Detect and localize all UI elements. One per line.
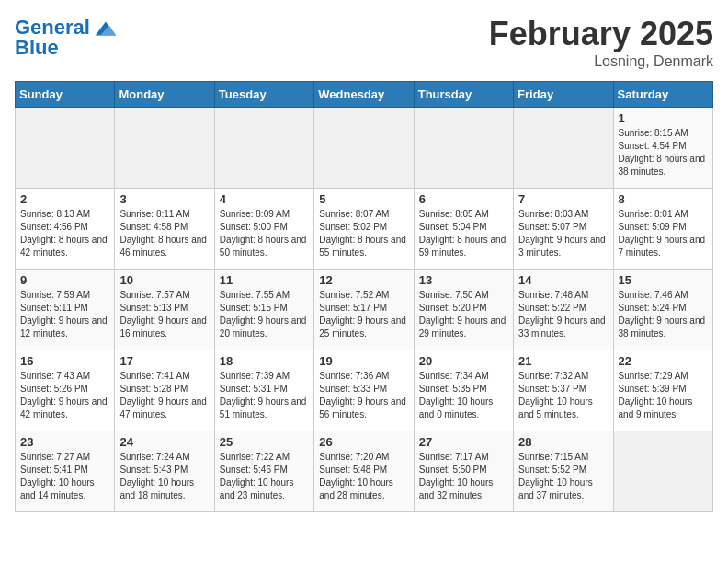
day-info: Sunrise: 7:24 AM Sunset: 5:43 PM Dayligh… — [119, 451, 209, 502]
day-number: 17 — [119, 354, 209, 368]
weekday-header-saturday: Saturday — [613, 82, 712, 108]
calendar-cell: 6Sunrise: 8:05 AM Sunset: 5:04 PM Daylig… — [414, 189, 513, 270]
day-info: Sunrise: 7:15 AM Sunset: 5:52 PM Dayligh… — [518, 451, 608, 502]
calendar-cell — [214, 108, 313, 189]
calendar-cell: 19Sunrise: 7:36 AM Sunset: 5:33 PM Dayli… — [314, 350, 414, 431]
calendar-cell: 20Sunrise: 7:34 AM Sunset: 5:35 PM Dayli… — [414, 350, 513, 431]
day-number: 14 — [518, 273, 608, 287]
calendar-cell — [414, 108, 513, 189]
day-number: 5 — [319, 192, 408, 206]
calendar-cell: 15Sunrise: 7:46 AM Sunset: 5:24 PM Dayli… — [613, 270, 712, 350]
day-number: 27 — [419, 435, 508, 449]
calendar-cell: 7Sunrise: 8:03 AM Sunset: 5:07 PM Daylig… — [514, 189, 613, 270]
calendar-cell: 27Sunrise: 7:17 AM Sunset: 5:50 PM Dayli… — [414, 431, 513, 512]
calendar-cell: 12Sunrise: 7:52 AM Sunset: 5:17 PM Dayli… — [314, 270, 414, 350]
day-info: Sunrise: 7:22 AM Sunset: 5:46 PM Dayligh… — [220, 451, 309, 502]
day-number: 26 — [319, 435, 408, 449]
day-number: 15 — [619, 273, 708, 287]
title-block: February 2025 Losning, Denmark — [489, 15, 713, 70]
calendar-cell: 21Sunrise: 7:32 AM Sunset: 5:37 PM Dayli… — [514, 350, 613, 431]
day-info: Sunrise: 8:15 AM Sunset: 4:54 PM Dayligh… — [619, 127, 708, 178]
weekday-header-thursday: Thursday — [414, 82, 513, 108]
day-number: 12 — [319, 273, 408, 287]
day-number: 4 — [220, 192, 309, 206]
day-info: Sunrise: 7:34 AM Sunset: 5:35 PM Dayligh… — [419, 370, 508, 421]
day-info: Sunrise: 8:07 AM Sunset: 5:02 PM Dayligh… — [319, 208, 408, 259]
day-info: Sunrise: 7:36 AM Sunset: 5:33 PM Dayligh… — [319, 370, 408, 421]
weekday-header-wednesday: Wednesday — [314, 82, 414, 108]
calendar-cell: 4Sunrise: 8:09 AM Sunset: 5:00 PM Daylig… — [214, 189, 313, 270]
day-number: 3 — [119, 192, 209, 206]
weekday-header-monday: Monday — [115, 82, 214, 108]
day-number: 20 — [419, 354, 508, 368]
weekday-header-tuesday: Tuesday — [214, 82, 313, 108]
calendar-cell: 24Sunrise: 7:24 AM Sunset: 5:43 PM Dayli… — [115, 431, 214, 512]
day-number: 7 — [518, 192, 608, 206]
day-number: 11 — [220, 273, 309, 287]
calendar-cell: 22Sunrise: 7:29 AM Sunset: 5:39 PM Dayli… — [613, 350, 712, 431]
calendar-cell: 8Sunrise: 8:01 AM Sunset: 5:09 PM Daylig… — [613, 189, 712, 270]
day-number: 10 — [119, 273, 209, 287]
day-info: Sunrise: 7:29 AM Sunset: 5:39 PM Dayligh… — [619, 370, 708, 421]
calendar-subtitle: Losning, Denmark — [489, 53, 713, 70]
day-number: 24 — [119, 435, 209, 449]
logo-blue-text: Blue — [15, 37, 59, 59]
day-number: 19 — [319, 354, 408, 368]
day-info: Sunrise: 7:27 AM Sunset: 5:41 PM Dayligh… — [20, 451, 109, 502]
day-number: 1 — [619, 111, 708, 125]
calendar-cell: 18Sunrise: 7:39 AM Sunset: 5:31 PM Dayli… — [214, 350, 313, 431]
day-info: Sunrise: 7:43 AM Sunset: 5:26 PM Dayligh… — [20, 370, 109, 421]
calendar-title: February 2025 — [489, 15, 713, 53]
day-info: Sunrise: 7:46 AM Sunset: 5:24 PM Dayligh… — [619, 289, 708, 340]
day-info: Sunrise: 8:03 AM Sunset: 5:07 PM Dayligh… — [518, 208, 608, 259]
day-info: Sunrise: 8:09 AM Sunset: 5:00 PM Dayligh… — [220, 208, 309, 259]
day-number: 13 — [419, 273, 508, 287]
calendar-cell: 16Sunrise: 7:43 AM Sunset: 5:26 PM Dayli… — [16, 350, 115, 431]
day-number: 2 — [20, 192, 109, 206]
weekday-header-sunday: Sunday — [16, 82, 115, 108]
calendar-cell — [613, 431, 712, 512]
day-number: 8 — [619, 192, 708, 206]
day-number: 22 — [619, 354, 708, 368]
calendar-cell — [314, 108, 414, 189]
day-info: Sunrise: 7:52 AM Sunset: 5:17 PM Dayligh… — [319, 289, 408, 340]
calendar-cell: 28Sunrise: 7:15 AM Sunset: 5:52 PM Dayli… — [514, 431, 613, 512]
day-info: Sunrise: 7:39 AM Sunset: 5:31 PM Dayligh… — [220, 370, 309, 421]
calendar-cell — [16, 108, 115, 189]
day-info: Sunrise: 8:01 AM Sunset: 5:09 PM Dayligh… — [619, 208, 708, 259]
day-info: Sunrise: 7:41 AM Sunset: 5:28 PM Dayligh… — [119, 370, 209, 421]
calendar-cell: 3Sunrise: 8:11 AM Sunset: 4:58 PM Daylig… — [115, 189, 214, 270]
calendar-cell: 23Sunrise: 7:27 AM Sunset: 5:41 PM Dayli… — [16, 431, 115, 512]
calendar-cell: 25Sunrise: 7:22 AM Sunset: 5:46 PM Dayli… — [214, 431, 313, 512]
calendar-cell: 14Sunrise: 7:48 AM Sunset: 5:22 PM Dayli… — [514, 270, 613, 350]
day-number: 23 — [20, 435, 109, 449]
calendar-cell: 11Sunrise: 7:55 AM Sunset: 5:15 PM Dayli… — [214, 270, 313, 350]
logo-icon — [92, 15, 118, 40]
day-info: Sunrise: 7:55 AM Sunset: 5:15 PM Dayligh… — [220, 289, 309, 340]
day-info: Sunrise: 7:20 AM Sunset: 5:48 PM Dayligh… — [319, 451, 408, 502]
day-info: Sunrise: 8:13 AM Sunset: 4:56 PM Dayligh… — [20, 208, 109, 259]
calendar-cell: 1Sunrise: 8:15 AM Sunset: 4:54 PM Daylig… — [613, 108, 712, 189]
day-number: 21 — [518, 354, 608, 368]
day-number: 28 — [518, 435, 608, 449]
page-header: General Blue February 2025 Losning, Denm… — [15, 15, 713, 70]
weekday-header-friday: Friday — [514, 82, 613, 108]
calendar-cell — [115, 108, 214, 189]
day-info: Sunrise: 8:11 AM Sunset: 4:58 PM Dayligh… — [119, 208, 209, 259]
day-number: 6 — [419, 192, 508, 206]
calendar-cell: 5Sunrise: 8:07 AM Sunset: 5:02 PM Daylig… — [314, 189, 414, 270]
day-info: Sunrise: 7:50 AM Sunset: 5:20 PM Dayligh… — [419, 289, 508, 340]
day-number: 16 — [20, 354, 109, 368]
day-number: 9 — [20, 273, 109, 287]
calendar-cell: 9Sunrise: 7:59 AM Sunset: 5:11 PM Daylig… — [16, 270, 115, 350]
day-info: Sunrise: 7:59 AM Sunset: 5:11 PM Dayligh… — [20, 289, 109, 340]
day-number: 18 — [220, 354, 309, 368]
calendar-cell — [514, 108, 613, 189]
calendar-cell: 10Sunrise: 7:57 AM Sunset: 5:13 PM Dayli… — [115, 270, 214, 350]
day-info: Sunrise: 7:57 AM Sunset: 5:13 PM Dayligh… — [119, 289, 209, 340]
day-info: Sunrise: 7:17 AM Sunset: 5:50 PM Dayligh… — [419, 451, 508, 502]
day-info: Sunrise: 8:05 AM Sunset: 5:04 PM Dayligh… — [419, 208, 508, 259]
calendar-table: SundayMondayTuesdayWednesdayThursdayFrid… — [15, 81, 713, 512]
logo: General Blue — [15, 15, 118, 59]
day-info: Sunrise: 7:48 AM Sunset: 5:22 PM Dayligh… — [518, 289, 608, 340]
